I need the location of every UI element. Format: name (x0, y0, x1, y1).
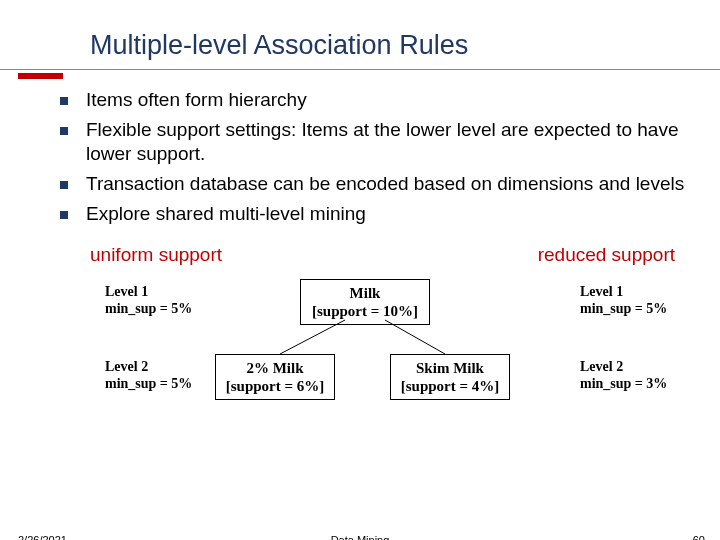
bullet-text: Explore shared multi-level mining (86, 202, 366, 227)
milk-node: Milk [support = 10%] (300, 279, 430, 325)
bullet-item: Flexible support settings: Items at the … (60, 118, 690, 167)
text: Level 2 (580, 359, 623, 374)
right-level2-label: Level 2 min_sup = 3% (580, 359, 667, 393)
text: min_sup = 3% (580, 376, 667, 391)
bullet-text: Items often form hierarchy (86, 88, 307, 113)
title-area: Multiple-level Association Rules (0, 0, 720, 70)
skim-milk-node: Skim Milk [support = 4%] (390, 354, 510, 400)
left-level1-label: Level 1 min_sup = 5% (105, 284, 192, 318)
square-bullet-icon (60, 181, 68, 189)
hierarchy-diagram: uniform support reduced support Level 1 … (0, 244, 720, 469)
text: min_sup = 5% (105, 376, 192, 391)
bullet-item: Transaction database can be encoded base… (60, 172, 690, 197)
connector-lines (0, 244, 720, 469)
slide-title: Multiple-level Association Rules (90, 30, 720, 61)
bullet-item: Explore shared multi-level mining (60, 202, 690, 227)
text: [support = 10%] (312, 303, 418, 319)
bullet-text: Transaction database can be encoded base… (86, 172, 684, 197)
text: Level 2 (105, 359, 148, 374)
two-percent-milk-node: 2% Milk [support = 6%] (215, 354, 335, 400)
square-bullet-icon (60, 211, 68, 219)
text: min_sup = 5% (580, 301, 667, 316)
text: 2% Milk (246, 360, 303, 376)
text: Level 1 (580, 284, 623, 299)
text: Level 1 (105, 284, 148, 299)
left-level2-label: Level 2 min_sup = 5% (105, 359, 192, 393)
text: Skim Milk (416, 360, 484, 376)
accent-bar (18, 73, 63, 79)
footer-page-number: 60 (693, 534, 705, 540)
footer-title: Data Mining (331, 534, 390, 540)
reduced-support-label: reduced support (538, 244, 675, 266)
footer-date: 2/26/2021 (18, 534, 67, 540)
svg-line-0 (280, 320, 345, 354)
text: [support = 6%] (226, 378, 325, 394)
bullet-item: Items often form hierarchy (60, 88, 690, 113)
square-bullet-icon (60, 97, 68, 105)
uniform-support-label: uniform support (90, 244, 222, 266)
bullet-list: Items often form hierarchy Flexible supp… (0, 70, 720, 226)
bullet-text: Flexible support settings: Items at the … (86, 118, 690, 167)
text: [support = 4%] (401, 378, 500, 394)
square-bullet-icon (60, 127, 68, 135)
text: Milk (350, 285, 381, 301)
svg-line-1 (385, 320, 445, 354)
text: min_sup = 5% (105, 301, 192, 316)
right-level1-label: Level 1 min_sup = 5% (580, 284, 667, 318)
